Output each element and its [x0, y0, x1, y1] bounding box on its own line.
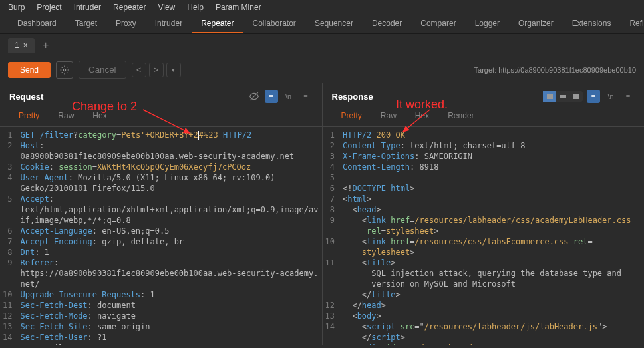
- tab-logger[interactable]: Logger: [466, 15, 509, 33]
- menu-project[interactable]: Project: [37, 3, 61, 12]
- view-single-button[interactable]: [569, 91, 583, 102]
- menubar: BurpProjectIntruderRepeaterViewHelpParam…: [0, 0, 644, 15]
- view-toggle: [543, 91, 583, 102]
- add-tab-button[interactable]: +: [40, 39, 52, 51]
- response-title: Response: [332, 92, 373, 102]
- subtab-pretty[interactable]: Pretty: [9, 107, 49, 126]
- request-tabs-row: 1 × +: [0, 34, 644, 57]
- tab-repeater[interactable]: Repeater: [192, 15, 243, 33]
- newline-icon[interactable]: \n: [282, 90, 295, 103]
- menu-burp[interactable]: Burp: [8, 3, 25, 12]
- request-panel: Request ≡ \n ≡ PrettyRawHex 123456789101…: [0, 83, 323, 345]
- menu-icon[interactable]: ≡: [299, 90, 313, 103]
- filter-icon[interactable]: ≡: [587, 90, 600, 103]
- menu-icon[interactable]: ≡: [621, 90, 635, 103]
- response-editor[interactable]: 1234567891011121314151617 HTTP/2 200 OKC…: [323, 127, 645, 345]
- subtab-render[interactable]: Render: [438, 107, 483, 126]
- tab-reflector[interactable]: Reflector: [620, 15, 644, 33]
- menu-view[interactable]: View: [158, 3, 175, 12]
- subtab-pretty[interactable]: Pretty: [332, 107, 371, 126]
- cancel-button[interactable]: Cancel: [79, 61, 126, 79]
- tab-extensions[interactable]: Extensions: [563, 15, 621, 33]
- tab-proxy[interactable]: Proxy: [106, 15, 146, 33]
- menu-help[interactable]: Help: [187, 3, 204, 12]
- tab-dashboard[interactable]: Dashboard: [8, 15, 66, 33]
- eye-off-icon[interactable]: [247, 90, 261, 103]
- main-tabs: DashboardTargetProxyIntruderRepeaterColl…: [0, 15, 644, 34]
- send-button[interactable]: Send: [8, 62, 51, 78]
- svg-point-0: [63, 69, 66, 71]
- target-label: Target: https://0a8900b90381f1ec80909ebe…: [474, 66, 636, 74]
- tab-decoder[interactable]: Decoder: [363, 15, 411, 33]
- nav-dropdown-button[interactable]: ▾: [166, 63, 181, 77]
- view-stack-button[interactable]: [556, 91, 569, 102]
- menu-repeater[interactable]: Repeater: [113, 3, 146, 12]
- newline-icon[interactable]: \n: [604, 90, 617, 103]
- tab-comparer[interactable]: Comparer: [411, 15, 465, 33]
- filter-icon[interactable]: ≡: [265, 90, 278, 103]
- request-subtabs: PrettyRawHex: [0, 107, 322, 127]
- view-side-button[interactable]: [543, 91, 556, 102]
- tab-intruder[interactable]: Intruder: [146, 15, 192, 33]
- request-tab-1[interactable]: 1 ×: [8, 38, 35, 53]
- subtab-hex[interactable]: Hex: [406, 107, 438, 126]
- subtab-hex[interactable]: Hex: [83, 107, 116, 126]
- action-bar: Send Cancel < > ▾ Target: https://0a8900…: [0, 57, 644, 83]
- gear-icon[interactable]: [56, 61, 73, 79]
- subtab-raw[interactable]: Raw: [371, 107, 406, 126]
- response-subtabs: PrettyRawHexRender: [323, 107, 645, 127]
- nav-prev-button[interactable]: <: [132, 63, 146, 77]
- tab-organizer[interactable]: Organizer: [509, 15, 563, 33]
- close-icon[interactable]: ×: [23, 41, 28, 50]
- request-title: Request: [9, 92, 43, 102]
- subtab-raw[interactable]: Raw: [49, 107, 83, 126]
- response-panel: Response ≡ \n ≡ PrettyRawHexRender 12345…: [323, 83, 645, 345]
- tab-collaborator[interactable]: Collaborator: [243, 15, 305, 33]
- nav-next-button[interactable]: >: [149, 63, 164, 77]
- menu-intruder[interactable]: Intruder: [74, 3, 101, 12]
- request-editor[interactable]: 1234567891011121314151617 GET /filter?ca…: [0, 127, 322, 345]
- tab-sequencer[interactable]: Sequencer: [305, 15, 363, 33]
- request-tab-label: 1: [15, 41, 19, 50]
- tab-target[interactable]: Target: [66, 15, 106, 33]
- svg-line-1: [250, 92, 258, 100]
- menu-param-miner[interactable]: Param Miner: [216, 3, 261, 12]
